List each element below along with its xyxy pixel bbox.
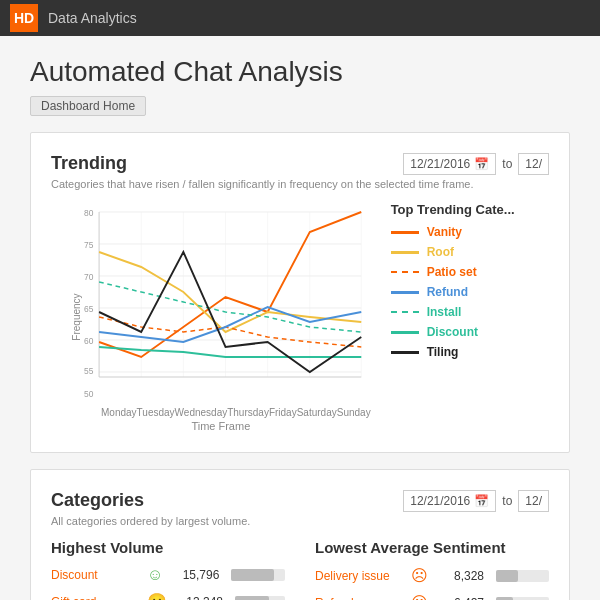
app-logo: HD	[10, 4, 38, 32]
legend-vanity: Vanity	[391, 225, 551, 239]
cat-delivery-sentiment-icon: ☹	[411, 566, 428, 585]
cat-refund-bar-container	[496, 597, 549, 601]
trending-chart-area: Frequency 80 75 70 65 60 55 50	[51, 202, 549, 432]
trending-date-to-label: to	[502, 157, 512, 171]
vanity-line-icon	[391, 231, 419, 234]
x-label-thu: Thursday	[227, 407, 269, 418]
legend-refund: Refund	[391, 285, 551, 299]
x-label-sat: Saturday	[297, 407, 337, 418]
cat-discount-sentiment-icon: ☺	[147, 566, 163, 584]
x-label-fri: Friday	[269, 407, 297, 418]
cat-item-discount: Discount ☺ 15,796	[51, 566, 285, 584]
breadcrumb[interactable]: Dashboard Home	[30, 96, 146, 116]
cat-giftcard-name: Gift card	[51, 595, 141, 601]
chart-container: Frequency 80 75 70 65 60 55 50	[71, 202, 371, 432]
page-content: Automated Chat Analysis Dashboard Home T…	[0, 36, 600, 600]
app-title: Data Analytics	[48, 10, 137, 26]
cat-discount-bar	[231, 569, 274, 581]
vanity-label: Vanity	[427, 225, 462, 239]
cat-discount-name: Discount	[51, 568, 141, 582]
x-label-tue: Tuesday	[137, 407, 175, 418]
legend-title: Top Trending Cate...	[391, 202, 551, 217]
install-line-icon	[391, 311, 419, 313]
categories-date-to-label: to	[502, 494, 512, 508]
categories-date-to-value: 12/	[525, 494, 542, 508]
trending-chart: 80 75 70 65 60 55 50	[71, 202, 371, 402]
svg-text:75: 75	[84, 240, 94, 250]
svg-text:50: 50	[84, 389, 94, 399]
categories-grid: Highest Volume Discount ☺ 15,796 Gift ca…	[51, 539, 549, 600]
cat-item-refund: Refund ☹ 6,427	[315, 593, 549, 600]
categories-card: Categories All categories ordered by lar…	[30, 469, 570, 600]
highest-volume-section: Highest Volume Discount ☺ 15,796 Gift ca…	[51, 539, 285, 600]
y-axis-label: Frequency	[71, 293, 82, 340]
cat-delivery-bar-container	[496, 570, 549, 582]
legend-roof: Roof	[391, 245, 551, 259]
svg-text:65: 65	[84, 304, 94, 314]
patio-line-icon	[391, 271, 419, 273]
legend-tiling: Tiling	[391, 345, 551, 359]
calendar-icon: 📅	[474, 157, 489, 171]
svg-text:80: 80	[84, 208, 94, 218]
cat-delivery-name: Delivery issue	[315, 569, 405, 583]
cat-refund-name: Refund	[315, 596, 405, 601]
categories-date-controls: 12/21/2016 📅 to 12/	[403, 490, 549, 512]
patio-label: Patio set	[427, 265, 477, 279]
trending-date-controls: 12/21/2016 📅 to 12/	[403, 153, 549, 175]
page-title: Automated Chat Analysis	[30, 56, 570, 88]
refund-line-icon	[391, 291, 419, 294]
lowest-sentiment-title: Lowest Average Sentiment	[315, 539, 549, 556]
trending-date-to-value: 12/	[525, 157, 542, 171]
tiling-label: Tiling	[427, 345, 459, 359]
trending-date-to[interactable]: 12/	[518, 153, 549, 175]
x-label-wed: Wednesday	[175, 407, 228, 418]
discount-line-icon	[391, 331, 419, 334]
svg-text:70: 70	[84, 272, 94, 282]
highest-volume-title: Highest Volume	[51, 539, 285, 556]
x-axis-title: Time Frame	[71, 420, 371, 432]
categories-subtitle: All categories ordered by largest volume…	[51, 515, 549, 527]
categories-date-to[interactable]: 12/	[518, 490, 549, 512]
svg-text:60: 60	[84, 336, 94, 346]
cat-discount-value: 15,796	[169, 568, 219, 582]
cat-giftcard-bar-container	[235, 596, 285, 601]
lowest-sentiment-section: Lowest Average Sentiment Delivery issue …	[315, 539, 549, 600]
trending-subtitle: Categories that have risen / fallen sign…	[51, 178, 549, 190]
cat-delivery-bar	[496, 570, 518, 582]
cat-refund-bar	[496, 597, 513, 601]
cat-giftcard-bar	[235, 596, 269, 601]
x-label-mon: Monday	[101, 407, 137, 418]
categories-date-from-value: 12/21/2016	[410, 494, 470, 508]
cat-discount-bar-container	[231, 569, 285, 581]
svg-text:55: 55	[84, 366, 94, 376]
x-label-sun: Sunday	[337, 407, 371, 418]
install-label: Install	[427, 305, 462, 319]
x-axis-labels: Monday Tuesday Wednesday Thursday Friday…	[71, 407, 371, 418]
refund-label: Refund	[427, 285, 468, 299]
cat-giftcard-value: 13,348	[173, 595, 223, 601]
legend-discount: Discount	[391, 325, 551, 339]
calendar-icon-2: 📅	[474, 494, 489, 508]
legend-patio: Patio set	[391, 265, 551, 279]
trending-card: Trending Categories that have risen / fa…	[30, 132, 570, 453]
app-header: HD Data Analytics	[0, 0, 600, 36]
discount-label: Discount	[427, 325, 478, 339]
roof-line-icon	[391, 251, 419, 254]
cat-giftcard-sentiment-icon: 😐	[147, 592, 167, 600]
legend-install: Install	[391, 305, 551, 319]
trending-date-from[interactable]: 12/21/2016 📅	[403, 153, 496, 175]
cat-item-giftcard: Gift card 😐 13,348	[51, 592, 285, 600]
categories-date-from[interactable]: 12/21/2016 📅	[403, 490, 496, 512]
roof-label: Roof	[427, 245, 454, 259]
legend-panel: Top Trending Cate... Vanity Roof Patio s…	[391, 202, 551, 432]
cat-item-delivery: Delivery issue ☹ 8,328	[315, 566, 549, 585]
tiling-line-icon	[391, 351, 419, 354]
cat-refund-sentiment-icon: ☹	[411, 593, 428, 600]
trending-date-from-value: 12/21/2016	[410, 157, 470, 171]
cat-delivery-value: 8,328	[434, 569, 484, 583]
cat-refund-value: 6,427	[434, 596, 484, 601]
